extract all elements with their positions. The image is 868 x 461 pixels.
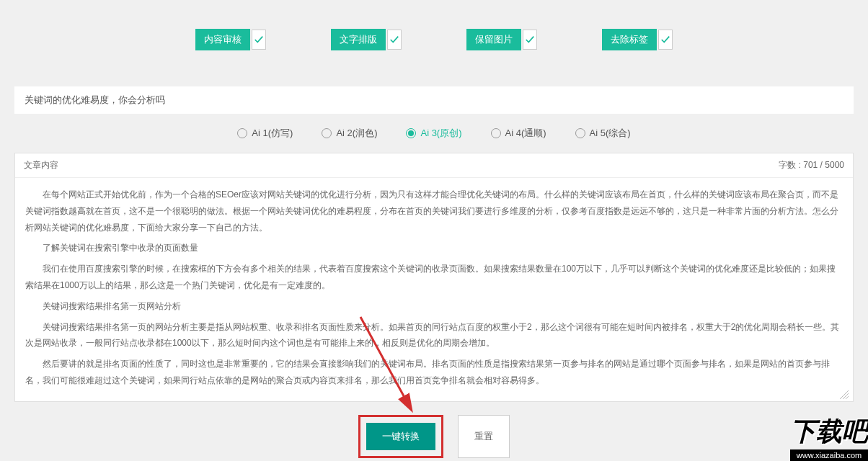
radio-icon — [237, 128, 247, 138]
options-bar: 内容审核 文字排版 保留图片 去除标签 — [0, 0, 868, 86]
option-content-review[interactable]: 内容审核 — [195, 29, 266, 50]
content-header: 文章内容 字数 : 701 / 5000 — [15, 153, 853, 178]
reset-button[interactable]: 重置 — [458, 415, 510, 458]
content-label: 文章内容 — [24, 159, 58, 171]
convert-button[interactable]: 一键转换 — [366, 423, 435, 450]
check-icon — [658, 30, 673, 50]
radio-icon — [575, 128, 585, 138]
highlight-box: 一键转换 — [358, 415, 443, 458]
content-panel: 文章内容 字数 : 701 / 5000 在每个网站正式开始优化前，作为一个合格… — [14, 153, 854, 402]
check-icon — [252, 30, 266, 50]
title-input[interactable]: 关键词的优化难易度，你会分析吗 — [14, 86, 854, 114]
tab-ai5[interactable]: Ai 5(综合) — [575, 127, 631, 140]
check-icon — [523, 30, 537, 50]
word-count: 字数 : 701 / 5000 — [779, 159, 844, 171]
watermark: 下载吧 www.xiazaiba.com — [790, 414, 868, 461]
button-bar: 一键转换 重置 — [0, 402, 868, 461]
tab-ai3[interactable]: Ai 3(原创) — [406, 127, 461, 140]
resize-handle-icon[interactable] — [840, 388, 849, 397]
tab-ai4[interactable]: Ai 4(通顺) — [491, 127, 546, 140]
ai-mode-tabs: Ai 1(仿写) Ai 2(润色) Ai 3(原创) Ai 4(通顺) Ai 5… — [0, 114, 868, 153]
option-text-format[interactable]: 文字排版 — [331, 29, 402, 50]
option-keep-image[interactable]: 保留图片 — [466, 29, 537, 50]
radio-icon — [322, 128, 332, 138]
content-textarea[interactable]: 在每个网站正式开始优化前，作为一个合格的SEOer应该对网站关键词的优化进行分析… — [15, 178, 853, 401]
radio-icon — [491, 128, 501, 138]
tab-ai2[interactable]: Ai 2(润色) — [322, 127, 377, 140]
check-icon — [387, 30, 402, 50]
tab-ai1[interactable]: Ai 1(仿写) — [237, 127, 293, 140]
radio-icon — [406, 128, 416, 138]
option-remove-tag[interactable]: 去除标签 — [602, 29, 673, 50]
